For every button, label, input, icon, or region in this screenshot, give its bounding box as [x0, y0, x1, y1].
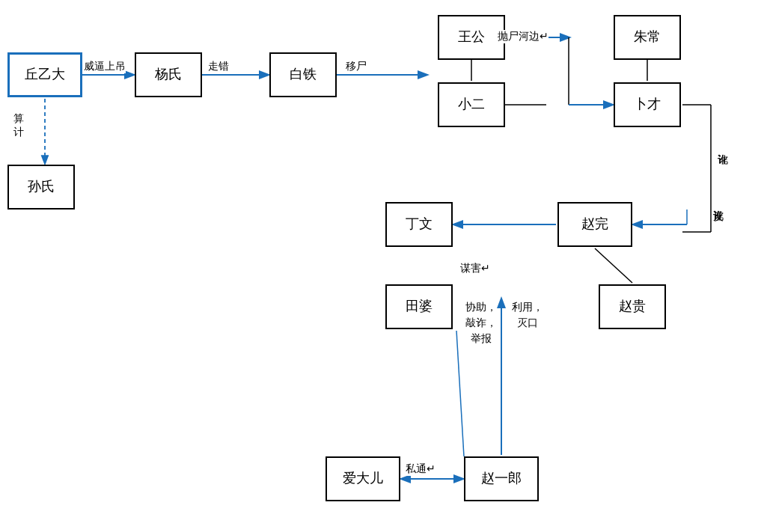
label-yi: 移尸: [346, 60, 367, 73]
label-zou: 走错: [208, 60, 229, 73]
svg-line-21: [456, 331, 464, 456]
node-yang: 杨氏: [135, 52, 202, 97]
label-li: 利用， 灭口: [512, 299, 543, 331]
node-bai: 白铁: [269, 52, 337, 97]
node-zhao-gui: 赵贵: [599, 284, 666, 329]
node-zhao-wan: 赵完: [557, 202, 632, 247]
node-wang: 王公: [438, 15, 505, 60]
label-si: 私通↵: [406, 462, 436, 476]
node-sun: 孙氏: [7, 165, 75, 210]
node-qiu: 丘乙大: [7, 52, 82, 97]
label-wei: 威逼上吊: [84, 60, 126, 73]
node-zhao-yi: 赵一郎: [464, 456, 539, 501]
node-ai: 爱大儿: [326, 456, 400, 501]
label-mou: 谋害↵: [460, 262, 490, 275]
node-xiao: 小二: [438, 82, 505, 127]
arrows-svg: [0, 0, 767, 532]
label-suan: 算 计: [13, 112, 24, 139]
node-ding: 丁文: [385, 202, 453, 247]
node-tian: 田婆: [385, 284, 453, 329]
node-bu: 卜才: [614, 82, 681, 127]
node-zhu: 朱常: [614, 15, 681, 60]
label-xie: 协助， 敲诈， 举报: [465, 299, 497, 346]
svg-line-19: [595, 248, 632, 283]
diagram: 丘乙大 杨氏 白铁 王公 小二 朱常 卜才 孙氏 丁文 田婆 赵完 赵贵 爱大儿…: [0, 0, 767, 532]
label-pao: 抛尸河边↵: [498, 30, 548, 43]
